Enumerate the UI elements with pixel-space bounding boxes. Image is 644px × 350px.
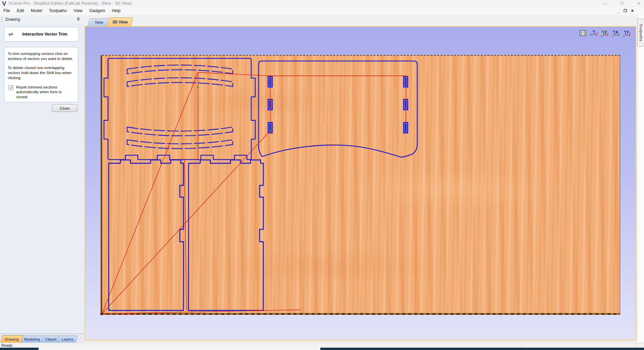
menu-toolpaths[interactable]: Toolpaths [46, 7, 70, 15]
svg-text:x: x [607, 32, 608, 35]
status-text: Ready [1, 343, 12, 348]
svg-text:y: y [602, 30, 603, 33]
toolpaths-tab[interactable]: Toolpaths [637, 18, 644, 47]
tool-title: Interactive Vector Trim [17, 32, 78, 37]
view-orientation-toolbar: z y x y x z Z [579, 29, 632, 38]
trim-guide-lines[interactable] [102, 72, 406, 314]
status-separator [636, 344, 637, 347]
menu-gadgets[interactable]: Gadgets [86, 7, 108, 15]
menubar: File Edit Model Toolpaths View Gadgets H… [0, 7, 644, 15]
menu-file[interactable]: File [0, 7, 13, 15]
svg-text:z: z [613, 30, 614, 32]
window-title: VCarve Pro - ShopBot Edition {FabLab Rwa… [8, 1, 131, 6]
top-view-z-icon[interactable]: y x z Z [601, 29, 609, 38]
window-restore-button[interactable]: ❐ [619, 1, 625, 6]
doc-close-button[interactable]: ✕ [631, 9, 634, 13]
svg-text:z: z [593, 30, 594, 32]
right-panel-strip: Toolpaths [638, 15, 644, 342]
checkmark-icon [9, 86, 13, 89]
seat-slots[interactable] [268, 76, 408, 133]
side-panel-right-outline[interactable] [189, 160, 263, 310]
menu-model[interactable]: Model [28, 7, 46, 15]
seat-panel-outline[interactable] [259, 61, 417, 157]
tab-3d-view[interactable]: 3D View [107, 17, 133, 26]
drawing-panel: Drawing ✂ Interactive Vector Trim To tri… [0, 15, 84, 334]
side-panel-left-outline[interactable] [109, 160, 183, 310]
window-minimize-button[interactable]: — [602, 1, 608, 5]
drawing-panel-header: Drawing [0, 15, 84, 24]
tab-modeling[interactable]: Modeling [20, 336, 44, 343]
status-separator [521, 344, 522, 347]
instruction-paragraph-1: To trim overlapping vectors click on sec… [8, 51, 74, 61]
panel-grip-handle[interactable] [2, 17, 3, 22]
panel-header-label: Drawing [5, 17, 20, 22]
material-sheet[interactable] [102, 55, 620, 313]
document-tabs: New 3D View [89, 15, 130, 26]
interactive-vector-trim-header: ✂ Interactive Vector Trim [4, 27, 79, 42]
side-view-y-icon[interactable]: z x y Y [623, 29, 632, 38]
svg-text:X: X [615, 30, 618, 34]
svg-text:Y: Y [627, 30, 629, 34]
svg-text:x: x [612, 35, 613, 37]
svg-text:y: y [590, 33, 591, 35]
backrest-slats[interactable] [127, 65, 233, 149]
doc-minimize-button[interactable]: _ [618, 9, 620, 13]
close-button[interactable]: Close [52, 104, 77, 112]
status-bar: Ready [0, 343, 644, 348]
svg-text:z: z [601, 35, 602, 37]
svg-text:Z: Z [604, 30, 607, 34]
iso-view-icon[interactable]: z y x [590, 29, 598, 38]
titlebar: VCarve Pro - ShopBot Edition {FabLab Rwa… [0, 0, 644, 7]
svg-text:y: y [618, 32, 620, 35]
tab-layers[interactable]: Layers [57, 336, 77, 343]
svg-text:x: x [596, 32, 598, 34]
taskbar-light-segment [39, 348, 320, 350]
rejoin-checkbox[interactable] [8, 85, 13, 90]
vcarve-logo-icon [2, 1, 6, 6]
menu-view[interactable]: View [70, 7, 86, 15]
svg-text:x: x [629, 32, 631, 35]
panel-tab-bar: Drawing Modeling Clipart Layers [0, 334, 84, 343]
trim-instructions-box: To trim overlapping vectors click on sec… [4, 47, 78, 102]
svg-text:z: z [624, 30, 625, 32]
instruction-paragraph-2: To delete closed non-overlapping vectors… [8, 65, 74, 80]
menu-edit[interactable]: Edit [13, 7, 28, 15]
rejoin-checkbox-label[interactable]: Rejoin trimmed sections automatically wh… [16, 85, 74, 100]
vector-drawing[interactable] [102, 56, 620, 314]
scissors-icon: ✂ [7, 30, 15, 39]
pin-icon[interactable] [77, 17, 80, 22]
svg-text:y: y [623, 35, 625, 37]
menu-help[interactable]: Help [108, 7, 124, 15]
front-view-x-icon[interactable]: z y x X [612, 29, 621, 38]
taskbar-sliver [0, 348, 644, 350]
vector-node-markers [109, 60, 349, 310]
zoom-extents-icon[interactable] [579, 29, 587, 38]
3d-view-canvas[interactable]: z y x y x z Z [85, 26, 636, 341]
window-close-button[interactable]: ✕ [636, 1, 641, 6]
doc-restore-button[interactable]: ❐ [624, 9, 627, 13]
document-area: New 3D View [84, 15, 638, 342]
document-window-controls: _ ❐ ✕ [618, 7, 634, 15]
vcarve-app-window: VCarve Pro - ShopBot Edition {FabLab Rwa… [0, 0, 644, 350]
tab-drawing[interactable]: Drawing [0, 335, 23, 343]
